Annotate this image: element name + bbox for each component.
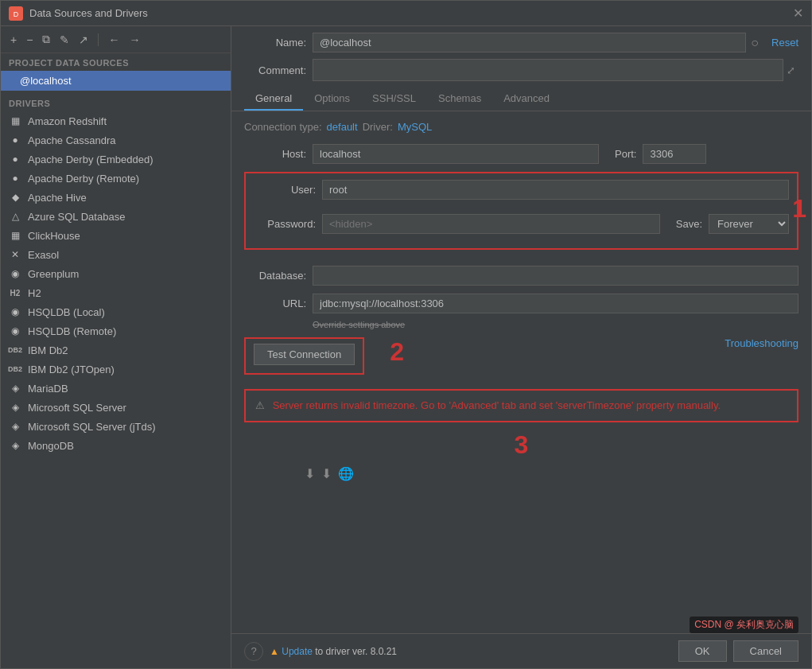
update-text: ▲ Update to driver ver. 8.0.21 [270,646,672,657]
forward-button[interactable]: → [126,32,143,48]
tab-options[interactable]: Options [303,88,361,111]
driver-value[interactable]: MySQL [398,121,432,133]
driver-exasol[interactable]: ✕ Exasol [1,245,231,264]
driver-name: Apache Derby (Remote) [28,173,139,185]
comment-label: Comment: [244,64,306,76]
driver-apache-hive[interactable]: ◆ Apache Hive [1,188,231,207]
driver-mongodb[interactable]: ◈ MongoDB [1,436,231,455]
driver-name: Microsoft SQL Server (jTds) [28,421,156,433]
form-area: Connection type: default Driver: MySQL H… [231,111,811,633]
driver-apache-derby-remote[interactable]: ● Apache Derby (Remote) [1,169,231,188]
driver-greenplum[interactable]: ◉ Greenplum [1,264,231,283]
password-input[interactable] [322,214,660,234]
amazon-redshift-icon: ▦ [9,115,21,127]
driver-hsqldb-local[interactable]: ◉ HSQLDB (Local) [1,302,231,321]
driver-name: HSQLDB (Remote) [28,325,116,337]
drivers-header: Drivers [1,94,231,111]
right-panel: Name: ○ Reset Comment: ⤢ General Options… [231,26,811,668]
tab-schemas[interactable]: Schemas [427,88,492,111]
mariadb-icon: ◈ [9,382,21,395]
mongodb-icon: ◈ [9,439,21,452]
clear-name-icon[interactable]: ○ [751,36,759,50]
azure-sql-icon: △ [9,210,21,223]
tab-advanced[interactable]: Advanced [492,88,561,111]
comment-row: Comment: ⤢ [231,57,811,88]
driver-azure-sql[interactable]: △ Azure SQL Database [1,207,231,226]
apache-cassandra-icon: ● [9,134,21,146]
driver-ibm-db2-jtopen[interactable]: DB2 IBM Db2 (JTOpen) [1,360,231,379]
back-button[interactable]: ← [105,32,122,48]
connection-type-row: Connection type: default Driver: MySQL [244,121,798,133]
greenplum-icon: ◉ [9,267,21,280]
update-link[interactable]: Update [282,646,313,657]
remove-source-button[interactable]: − [23,32,36,48]
comment-input[interactable] [313,59,783,81]
host-port-row: Host: Port: [244,144,798,164]
test-connection-button[interactable]: Test Connection [254,344,355,365]
tab-bar: General Options SSH/SSL Schemas Advanced [231,88,811,111]
cancel-button[interactable]: Cancel [733,640,798,662]
url-row: URL: [244,294,798,313]
driver-mssql-jtds[interactable]: ◈ Microsoft SQL Server (jTds) [1,417,231,436]
hsqldb-local-icon: ◉ [9,305,21,318]
driver-name: Greenplum [28,268,79,280]
test-connection-area: Test Connection [244,337,364,375]
save-label-inline: Save: [676,218,702,230]
error-message-box: ⚠ Server returns invalid timezone. Go to… [244,389,798,422]
download-icon-2: ⬇ [321,466,332,481]
h2-icon: H2 [9,286,21,299]
driver-name: Apache Hive [28,192,87,204]
driver-name: Azure SQL Database [28,211,125,223]
add-source-button[interactable]: + [7,32,20,48]
close-button[interactable]: ✕ [793,6,803,21]
database-input[interactable] [313,266,798,286]
driver-ibm-db2[interactable]: DB2 IBM Db2 [1,340,231,360]
tab-general[interactable]: General [244,88,303,111]
driver-name: IBM Db2 [28,344,68,356]
driver-mariadb[interactable]: ◈ MariaDB [1,379,231,398]
selected-datasource[interactable]: @localhost [1,71,231,91]
conn-type-value[interactable]: default [327,121,358,133]
mssql-icon: ◈ [9,401,21,414]
driver-name: Amazon Redshift [28,115,107,127]
annotation-3: 3 [244,430,798,460]
exasol-icon: ✕ [9,248,21,261]
title-bar: D Data Sources and Drivers ✕ [1,1,811,26]
tab-sshssl[interactable]: SSH/SSL [361,88,427,111]
save-select[interactable]: Forever Until restart Never [709,214,789,234]
drivers-section: Drivers ▦ Amazon Redshift ● Apache Cassa… [1,91,231,455]
name-input[interactable] [313,33,746,53]
ibm-db2-icon: DB2 [9,344,21,356]
ok-button[interactable]: OK [678,640,727,662]
driver-apache-cassandra[interactable]: ● Apache Cassandra [1,130,231,150]
expand-comment-button[interactable]: ⤢ [783,64,798,76]
user-password-box: User: Password: Save: Forever Until rest… [244,172,798,250]
download-icon-3: 🌐 [338,466,354,481]
copy-source-button[interactable]: ⧉ [39,31,53,48]
driver-name: MariaDB [28,383,68,395]
driver-h2[interactable]: H2 H2 [1,283,231,302]
driver-amazon-redshift[interactable]: ▦ Amazon Redshift [1,111,231,130]
password-row: Password: Save: Forever Until restart Ne… [254,214,789,234]
user-input[interactable] [322,180,789,200]
driver-apache-derby-embedded[interactable]: ● Apache Derby (Embedded) [1,150,231,169]
bottom-bar: ? ▲ Update to driver ver. 8.0.21 OK Canc… [231,633,811,668]
driver-hsqldb-remote[interactable]: ◉ HSQLDB (Remote) [1,321,231,340]
url-input[interactable] [313,294,798,313]
reset-link[interactable]: Reset [771,37,798,49]
driver-name: IBM Db2 (JTOpen) [28,364,115,375]
host-input[interactable] [313,144,599,164]
app-icon: D [9,6,23,21]
help-button[interactable]: ? [244,642,263,661]
password-label: Password: [254,218,316,230]
driver-clickhouse[interactable]: ▦ ClickHouse [1,226,231,245]
user-label: User: [254,184,316,196]
import-button[interactable]: ↗ [76,32,91,48]
driver-mssql[interactable]: ◈ Microsoft SQL Server [1,398,231,417]
port-input[interactable] [643,144,706,164]
settings-button[interactable]: ✎ [56,32,72,48]
port-label: Port: [615,148,636,160]
update-suffix: to driver ver. 8.0.21 [315,646,397,657]
driver-label: Driver: [363,121,393,133]
troubleshooting-link[interactable]: Troubleshooting [725,337,798,349]
